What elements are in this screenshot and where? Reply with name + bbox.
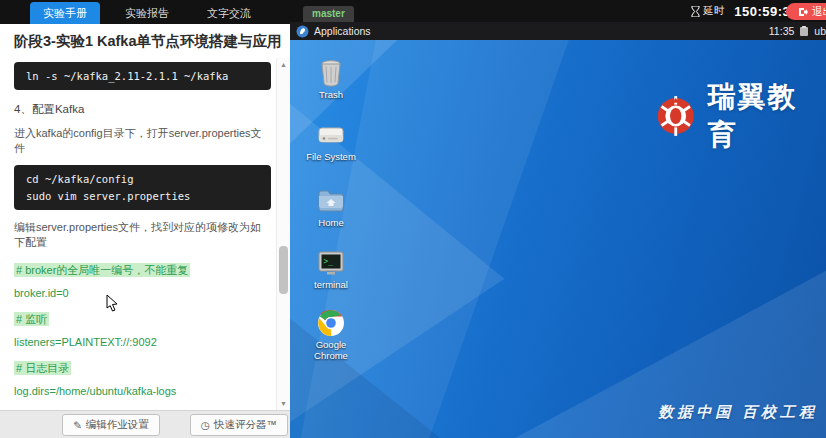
scrollbar-thumb[interactable] xyxy=(279,246,288,294)
config-comment: # 日志目录 xyxy=(14,358,271,376)
top-bar-right: 延时 150:59:37 xyxy=(691,0,798,22)
edit-assignment-button[interactable]: ✎ 编辑作业设置 xyxy=(62,414,160,436)
code-block: ln -s ~/kafka_2.11-2.1.1 ~/kafka xyxy=(14,62,271,90)
paragraph: 进入kafka的config目录下，打开server.properties文件 xyxy=(14,126,271,156)
desktop-icon-home[interactable]: Home xyxy=(306,186,356,229)
home-folder-icon xyxy=(316,186,346,216)
hourglass-icon xyxy=(691,6,700,17)
config-line: broker.id=0 xyxy=(14,287,271,299)
config-line: listeners=PLAINTEXT://:9092 xyxy=(14,336,271,348)
code-block: cd ~/kafka/configsudo vim server.propert… xyxy=(14,165,271,210)
manual-tabs: 实验手册实验报告文字交流 xyxy=(30,2,264,24)
gauge-icon: ◷ xyxy=(201,419,210,431)
desktop-icon-label: File System xyxy=(306,152,356,163)
wallpaper-slogan: 数据中国 百校工程 xyxy=(658,403,818,422)
file-system-icon xyxy=(316,120,346,150)
config-comment: # 监听 xyxy=(14,309,271,327)
session-tab-master[interactable]: master xyxy=(303,6,354,22)
scroll-down-arrow-icon[interactable]: ▼ xyxy=(277,400,290,407)
desktop-icon-trash[interactable]: Trash xyxy=(306,58,356,101)
delay-label: 延时 xyxy=(703,4,724,18)
edit-assignment-label: 编辑作业设置 xyxy=(86,418,149,432)
desktop-icon-filesystem[interactable]: File System xyxy=(306,120,356,163)
config-line: log.dirs=/home/ubuntu/kafka-logs xyxy=(14,385,271,397)
trash-icon xyxy=(316,58,346,88)
delay-button[interactable]: 延时 xyxy=(691,4,724,18)
desktop-icon-chrome[interactable]: Google Chrome xyxy=(306,308,356,362)
desktop-icon-label: Home xyxy=(306,218,356,229)
desktop-icon-label: terminal xyxy=(306,280,356,291)
desktop-icon-label: Google Chrome xyxy=(306,340,356,362)
paragraph: 编辑server.properties文件，找到对应的项修改为如下配置 xyxy=(14,220,271,250)
brand-logo: 瑞翼教育 xyxy=(653,78,826,154)
scroll-up-arrow-icon[interactable]: ▲ xyxy=(277,61,290,68)
xfce-mouse-icon xyxy=(296,25,309,38)
exit-label: 退出实验 xyxy=(812,5,826,19)
applications-menu[interactable]: Applications xyxy=(290,22,377,40)
tab-0[interactable]: 实验手册 xyxy=(30,2,100,24)
panel-user-label[interactable]: ub xyxy=(814,25,826,37)
top-bar: 实验手册实验报告文字交流 延时 150:59:37 退出实验 xyxy=(0,0,826,24)
exit-experiment-button[interactable]: 退出实验 xyxy=(786,3,826,20)
quick-grader-label: 快速评分器™ xyxy=(214,418,277,432)
applications-label: Applications xyxy=(314,25,371,37)
quick-grader-button[interactable]: ◷ 快速评分器™ xyxy=(190,414,288,436)
svg-text:>_: >_ xyxy=(324,257,334,266)
pencil-icon: ✎ xyxy=(73,419,82,431)
config-comment: # broker的全局唯一编号，不能重复 xyxy=(14,260,271,278)
desktop-panel: Applications 11:35 ub xyxy=(290,22,826,40)
chrome-icon xyxy=(316,308,346,338)
desktop-icon-terminal[interactable]: >_terminal xyxy=(306,248,356,291)
panel-clock[interactable]: 11:35 xyxy=(769,25,795,37)
logout-icon xyxy=(798,7,808,17)
terminal-icon: >_ xyxy=(316,248,346,278)
clipboard-icon[interactable] xyxy=(799,26,809,37)
manual-scrollbar[interactable]: ▲ ▼ xyxy=(276,58,290,410)
tab-2[interactable]: 文字交流 xyxy=(194,2,264,24)
ruiyi-logo-icon xyxy=(653,93,698,139)
brand-logo-text: 瑞翼教育 xyxy=(707,78,826,154)
manual-title: 阶段3-实验1 Kafka单节点环境搭建与应用 xyxy=(0,24,290,53)
manual-content[interactable]: ln -s ~/kafka_2.11-2.1.1 ~/kafka4、配置Kafk… xyxy=(0,58,277,410)
desktop-icon-label: Trash xyxy=(306,90,356,101)
step-heading: 4、配置Kafka xyxy=(14,102,271,117)
remote-desktop: Applications 11:35 ub TrashFile SystemHo… xyxy=(290,22,826,438)
tab-1[interactable]: 实验报告 xyxy=(112,2,182,24)
lab-manual-panel: 阶段3-实验1 Kafka单节点环境搭建与应用 ln -s ~/kafka_2.… xyxy=(0,24,290,438)
manual-footer: ✎ 编辑作业设置 ◷ 快速评分器™ xyxy=(0,410,290,438)
